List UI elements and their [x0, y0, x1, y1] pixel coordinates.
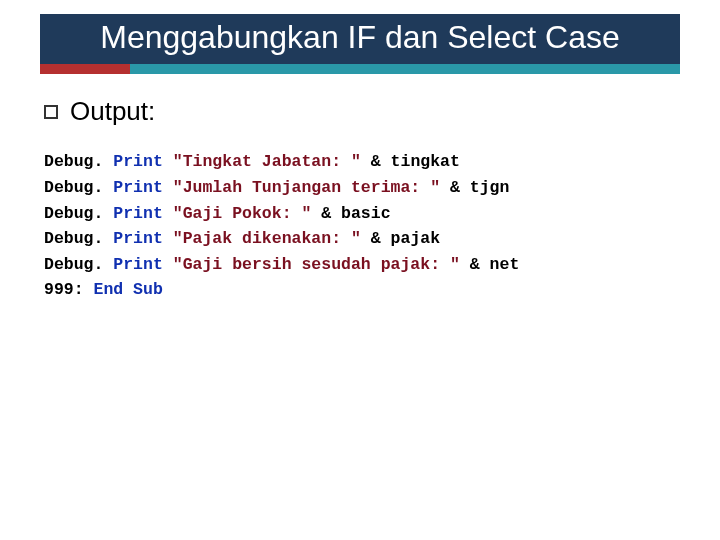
title-underline [40, 64, 680, 74]
underline-teal-segment [130, 64, 680, 74]
code-line: Debug. Print "Gaji Pokok: " & basic [44, 201, 676, 227]
bullet-row: Output: [44, 96, 676, 127]
square-bullet-icon [44, 105, 58, 119]
code-line: Debug. Print "Gaji bersih sesudah pajak:… [44, 252, 676, 278]
slide-title: Menggabungkan IF dan Select Case [40, 18, 680, 56]
code-line: Debug. Print "Tingkat Jabatan: " & tingk… [44, 149, 676, 175]
bullet-label: Output: [70, 96, 155, 127]
title-block: Menggabungkan IF dan Select Case [40, 14, 680, 74]
code-line: Debug. Print "Pajak dikenakan: " & pajak [44, 226, 676, 252]
code-block: Debug. Print "Tingkat Jabatan: " & tingk… [44, 149, 676, 302]
code-line: Debug. Print "Jumlah Tunjangan terima: "… [44, 175, 676, 201]
underline-red-segment [40, 64, 130, 74]
title-background: Menggabungkan IF dan Select Case [40, 14, 680, 64]
body-area: Output: Debug. Print "Tingkat Jabatan: "… [0, 74, 720, 302]
code-line-end: 999: End Sub [44, 277, 676, 303]
